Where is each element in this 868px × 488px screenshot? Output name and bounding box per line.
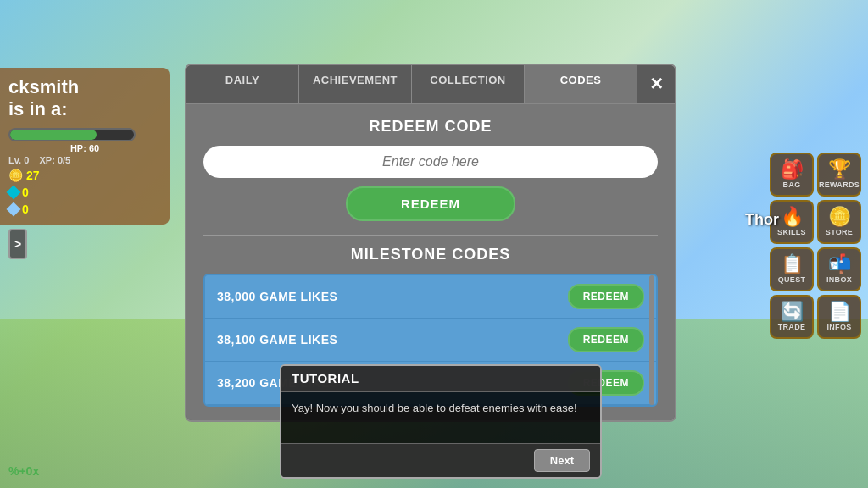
rewards-icon: 🏆 (828, 160, 851, 179)
redeem-code-title: REDEEM CODE (203, 118, 658, 136)
stat2-value: 0 (22, 202, 29, 216)
tutorial-body: Yay! Now you should be able to defeat en… (281, 392, 600, 443)
trade-button[interactable]: 🔄 TRADE (770, 295, 814, 339)
left-panel: cksmith is in a: HP: 60 Lv. 0 XP: 0/5 🪙 … (0, 68, 170, 225)
coins-row: 🪙 27 (8, 169, 161, 182)
tab-daily[interactable]: DAILY (186, 65, 299, 103)
quest-button[interactable]: 📋 QUEST (770, 247, 814, 291)
tab-codes[interactable]: CODES (525, 65, 637, 103)
next-button[interactable]: Next (534, 449, 590, 472)
skills-icon: 🔥 (781, 208, 804, 226)
hp-label: HP: 60 (8, 143, 161, 153)
store-label: STORE (826, 228, 853, 236)
stat1-row: 0 (8, 186, 161, 199)
bag-button[interactable]: 🎒 BAG (770, 152, 814, 197)
arrow-button[interactable]: > (8, 229, 27, 259)
milestone-redeem-button-0[interactable]: REDEEM (568, 284, 644, 309)
milestone-label-1: 38,100 GAME LIKES (217, 333, 337, 347)
milestone-item-0: 38,000 GAME LIKES REDEEM (205, 275, 656, 319)
right-icon-panel: 🎒 BAG 🏆 REWARDS 🔥 SKILLS 🪙 STORE 📋 QUEST… (770, 152, 861, 339)
rewards-button[interactable]: 🏆 REWARDS (817, 152, 861, 197)
bag-label: BAG (783, 180, 801, 189)
coins-value: 27 (26, 169, 40, 182)
diamond2-icon (7, 202, 21, 216)
tab-collection[interactable]: COLLECTION (412, 65, 525, 103)
thor-label: Thor (745, 211, 779, 229)
scrollbar[interactable] (649, 275, 654, 405)
tab-bar: DAILY ACHIEVEMENT COLLECTION CODES ✕ (186, 65, 675, 104)
stat2-row: 0 (8, 202, 161, 216)
trade-icon: 🔄 (781, 302, 804, 321)
tutorial-footer: Next (281, 443, 600, 477)
milestone-title: MILESTONE CODES (203, 246, 658, 263)
milestone-label-0: 38,000 GAME LIKES (217, 290, 337, 303)
panel-title-line2: is in a: (8, 98, 161, 120)
bag-icon: 🎒 (781, 160, 804, 179)
hp-bar-container (8, 128, 136, 141)
quest-label: QUEST (778, 275, 806, 284)
store-icon: 🪙 (828, 208, 851, 226)
hp-bar-fill (10, 130, 97, 140)
tab-achievement[interactable]: ACHIEVEMENT (299, 65, 412, 103)
rewards-label: REWARDS (819, 180, 860, 189)
store-button[interactable]: 🪙 STORE (817, 200, 861, 244)
tutorial-panel: TUTORIAL Yay! Now you should be able to … (280, 364, 602, 479)
lv-label: Lv. 0 XP: 0/5 (8, 155, 161, 165)
inbox-icon: 📬 (828, 255, 851, 274)
quest-icon: 📋 (781, 255, 804, 274)
coin-icon: 🪙 (8, 169, 23, 182)
code-input[interactable] (203, 146, 658, 178)
close-button[interactable]: ✕ (637, 65, 675, 103)
milestone-item-1: 38,100 GAME LIKES REDEEM (205, 319, 656, 362)
infos-icon: 📄 (828, 302, 851, 321)
divider (203, 235, 658, 236)
infos-button[interactable]: 📄 INFOS (817, 295, 861, 339)
tutorial-header: TUTORIAL (281, 366, 600, 392)
stat1-value: 0 (22, 186, 29, 199)
infos-label: INFOS (826, 323, 851, 331)
panel-title-line1: cksmith (8, 76, 161, 98)
milestone-redeem-button-1[interactable]: REDEEM (568, 327, 644, 352)
tutorial-text: Yay! Now you should be able to defeat en… (292, 401, 590, 416)
diamond-icon (7, 185, 21, 199)
inbox-button[interactable]: 📬 INBOX (817, 247, 861, 291)
inbox-label: INBOX (826, 275, 852, 284)
percent-indicator: %+0x (8, 464, 39, 478)
redeem-button[interactable]: REDEEM (346, 186, 515, 221)
trade-label: TRADE (778, 323, 806, 331)
skills-label: SKILLS (777, 228, 806, 236)
tutorial-title: TUTORIAL (292, 371, 359, 385)
